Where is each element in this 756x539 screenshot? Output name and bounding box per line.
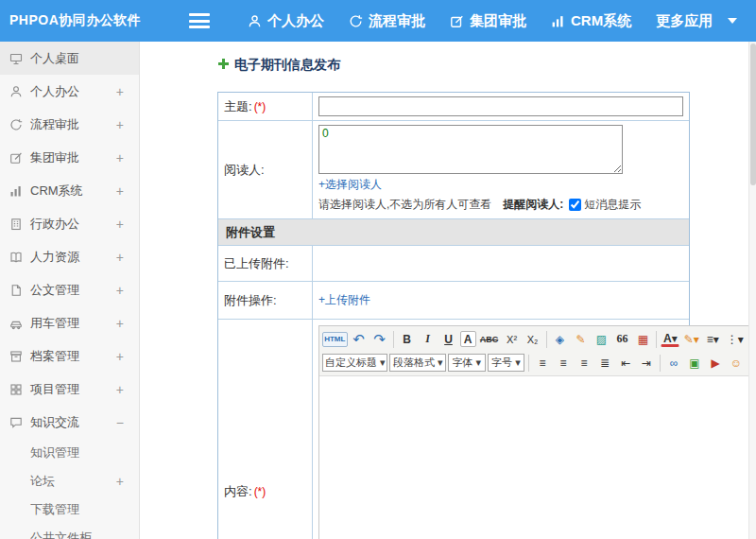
upload-attachment-link[interactable]: +上传附件 — [318, 292, 370, 308]
list-button[interactable]: ≡▾ — [703, 330, 722, 349]
expand-toggle[interactable]: − — [116, 415, 124, 430]
subject-label: 主题: (*) — [218, 93, 313, 120]
subject-input[interactable] — [318, 96, 683, 116]
table-button[interactable]: ▦ — [633, 330, 652, 349]
desktop-icon — [9, 52, 23, 65]
nav-more-apps[interactable]: 更多应用 — [656, 12, 737, 30]
sidebar-item-label: 档案管理 — [30, 348, 79, 365]
expand-toggle[interactable]: + — [116, 316, 124, 331]
sidebar-item-knowledge[interactable]: 知识交流 − — [0, 406, 139, 439]
html-source-button[interactable]: HTML — [322, 332, 348, 347]
sidebar-subitem-label: 公共文件柜 — [30, 530, 92, 539]
rich-text-editor: HTML↶↷BIUAABCX²X₂◈✎▨66▦A▾✎▾≡▾⋮▾ 自定义标题 ▾段… — [318, 325, 749, 539]
expand-toggle[interactable]: + — [116, 150, 124, 165]
fill-color-button[interactable]: ▨ — [592, 330, 610, 349]
highlight-color-button[interactable]: ✎▾ — [681, 330, 701, 349]
sidebar-item-desktop[interactable]: 个人桌面 — [0, 42, 139, 75]
format-painter-button[interactable]: ✎ — [571, 330, 590, 349]
link-button[interactable]: ∞ — [664, 354, 683, 373]
top-header: PHPOA协同办公软件 个人办公 流程审批 集团审批 — [0, 0, 756, 42]
nav-personal-office[interactable]: 个人办公 — [248, 12, 324, 30]
italic-button[interactable]: I — [419, 330, 438, 349]
align-center-button[interactable]: ≡ — [554, 354, 573, 373]
sidebar-item-label: 项目管理 — [30, 381, 79, 398]
font-style-button[interactable]: A — [460, 331, 476, 347]
blockquote-button[interactable]: 66 — [612, 330, 631, 349]
font-family-select[interactable]: 字体 ▾ — [448, 354, 486, 372]
uploaded-attachments-row: 已上传附件: — [218, 246, 689, 282]
sidebar-item-label: 公文管理 — [30, 282, 79, 299]
sidebar-item-admin-office[interactable]: 行政办公 + — [0, 207, 139, 240]
editor-content-area[interactable] — [319, 376, 748, 539]
readers-textarea[interactable]: 0 — [318, 125, 623, 174]
nav-group-approval[interactable]: 集团审批 — [450, 12, 526, 30]
nav-label: CRM系统 — [571, 12, 631, 30]
person-icon — [248, 14, 262, 28]
font-color-button[interactable]: A▾ — [661, 331, 679, 347]
content-label: 内容: (*) — [218, 320, 313, 539]
sidebar-item-label: CRM系统 — [30, 183, 83, 200]
strikethrough-button[interactable]: ABC — [478, 330, 501, 349]
expand-toggle[interactable]: + — [116, 474, 124, 489]
sidebar-item-crm[interactable]: CRM系统 + — [0, 174, 139, 207]
bold-button[interactable]: B — [398, 330, 417, 349]
sidebar-item-personal-office[interactable]: 个人办公 + — [0, 75, 139, 108]
sidebar-item-label: 集团审批 — [30, 149, 79, 166]
heading-select[interactable]: 自定义标题 ▾ — [322, 354, 387, 372]
image-button[interactable]: ▣ — [685, 354, 704, 373]
chat-icon — [9, 416, 23, 429]
media-button[interactable]: ▶ — [706, 354, 725, 373]
sidebar-subitem-downloads[interactable]: 下载管理 — [0, 496, 139, 524]
nav-process-approval[interactable]: 流程审批 — [349, 12, 425, 30]
sidebar-item-label: 用车管理 — [30, 315, 79, 332]
car-icon — [9, 317, 23, 330]
sidebar-subitem-knowledge-mgmt[interactable]: 知识管理 — [0, 439, 139, 467]
redo-button[interactable]: ↷ — [370, 330, 389, 349]
paragraph-format-select[interactable]: 段落格式 ▾ — [389, 354, 446, 372]
expand-toggle[interactable]: + — [116, 217, 124, 232]
expand-toggle[interactable]: + — [116, 117, 124, 132]
outdent-button[interactable]: ⇤ — [616, 354, 635, 373]
expand-toggle[interactable]: + — [116, 84, 124, 99]
sidebar-item-documents[interactable]: 公文管理 + — [0, 273, 139, 306]
eraser-button[interactable]: ◈ — [550, 330, 569, 349]
justify-button[interactable]: ≣ — [595, 354, 614, 373]
process-icon — [349, 14, 363, 28]
superscript-button[interactable]: X² — [503, 330, 522, 349]
sidebar-item-label: 知识交流 — [30, 414, 79, 431]
undo-button[interactable]: ↶ — [350, 330, 369, 349]
uploaded-attachments-label: 已上传附件: — [218, 246, 313, 281]
more-button[interactable]: ⋮▾ — [724, 330, 746, 349]
sidebar-item-process-approval[interactable]: 流程审批 + — [0, 108, 139, 141]
sms-notice-checkbox[interactable] — [569, 199, 581, 211]
attachment-section-row: 附件设置 — [218, 219, 689, 246]
readers-hint-text: 请选择阅读人,不选为所有人可查看 — [318, 197, 491, 213]
sidebar-item-vehicles[interactable]: 用车管理 + — [0, 306, 139, 339]
expand-toggle[interactable]: + — [116, 250, 124, 265]
sidebar-item-archives[interactable]: 档案管理 + — [0, 339, 139, 373]
font-size-select[interactable]: 字号 ▾ — [488, 354, 525, 372]
expand-toggle[interactable]: + — [116, 382, 124, 397]
sidebar-item-group-approval[interactable]: 集团审批 + — [0, 141, 139, 174]
nav-crm-system[interactable]: CRM系统 — [551, 12, 631, 30]
hamburger-menu-icon[interactable] — [189, 13, 210, 28]
subscript-button[interactable]: X₂ — [524, 330, 542, 349]
select-readers-link[interactable]: +选择阅读人 — [318, 177, 382, 193]
indent-button[interactable]: ⇥ — [637, 354, 656, 373]
emoticon-button[interactable]: ☺ — [727, 354, 746, 373]
align-left-button[interactable]: ≡ — [533, 354, 552, 373]
expand-toggle[interactable]: + — [116, 349, 124, 364]
expand-toggle[interactable]: + — [116, 183, 124, 199]
sidebar-item-hr[interactable]: 人力资源 + — [0, 240, 139, 273]
toolbar-separator — [528, 355, 529, 372]
sidebar-subitem-forum[interactable]: 论坛 + — [0, 467, 139, 496]
sidebar-subitem-public-files[interactable]: 公共文件柜 — [0, 524, 139, 539]
underline-button[interactable]: U — [439, 330, 458, 349]
scrollbar-thumb[interactable] — [750, 43, 756, 185]
align-right-button[interactable]: ≡ — [575, 354, 593, 373]
sidebar-item-projects[interactable]: 项目管理 + — [0, 373, 139, 406]
remind-readers-label: 提醒阅读人: — [503, 197, 563, 213]
expand-toggle[interactable]: + — [116, 283, 124, 298]
sms-notice-label: 短消息提示 — [584, 197, 641, 213]
editor-toolbar: HTML↶↷BIUAABCX²X₂◈✎▨66▦A▾✎▾≡▾⋮▾ 自定义标题 ▾段… — [319, 326, 748, 376]
